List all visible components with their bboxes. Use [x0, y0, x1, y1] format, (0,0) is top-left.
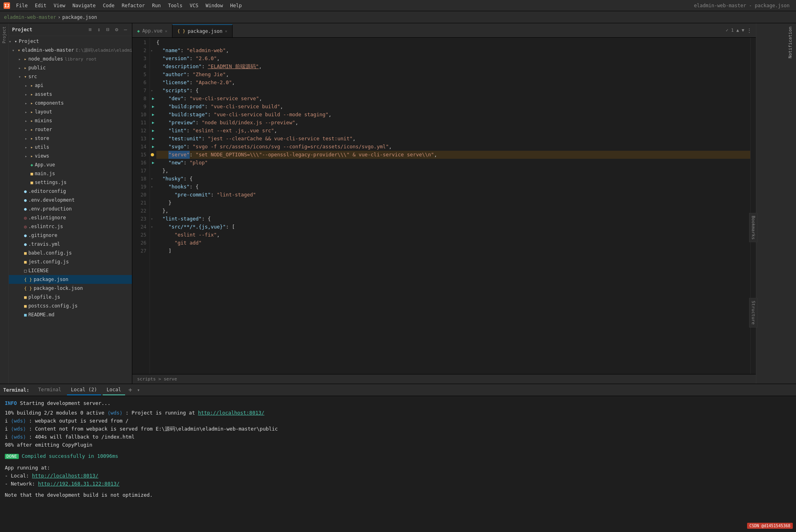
line-number: 9 — [132, 103, 146, 111]
file-tree-item[interactable]: ▾▾src — [9, 72, 132, 81]
menu-file[interactable]: File — [13, 2, 31, 9]
file-tree-item[interactable]: ●.travis.yml — [9, 240, 132, 249]
file-tree-item[interactable]: ▾▾eladmin-web-masterE:\源码\eladmin\eladmi… — [9, 46, 132, 55]
file-tree-item[interactable]: ■babel.config.js — [9, 249, 132, 257]
json-value: "eslint --ext .js,.vue src" — [192, 127, 274, 135]
notification-label[interactable]: Notification — [784, 25, 796, 60]
tab-package-json[interactable]: { } package.json ✕ — [172, 24, 233, 37]
menu-run[interactable]: Run — [149, 2, 164, 9]
file-icon: ■ — [24, 312, 27, 318]
minimize-icon[interactable]: ⊟ — [105, 26, 111, 33]
file-tree-item[interactable]: ●.env.development — [9, 196, 132, 204]
file-tree-item[interactable]: ▸▸components — [9, 99, 132, 107]
json-colon: : — [190, 55, 196, 63]
structure-tab[interactable]: Structure — [749, 298, 758, 328]
file-tree-item[interactable]: ■postcss.config.js — [9, 301, 132, 310]
tree-arrow: ▾ — [9, 39, 14, 44]
menu-navigate[interactable]: Navigate — [69, 2, 99, 9]
json-key: "preview" — [168, 119, 196, 127]
run-arrow-icon[interactable]: ▶ — [151, 96, 156, 101]
line-number: 1 — [132, 38, 146, 47]
file-tree-item[interactable]: ◎.eslintignore — [9, 213, 132, 222]
close-panel-icon[interactable]: — — [122, 26, 129, 33]
file-tree-item[interactable]: ▸▸assets — [9, 90, 132, 99]
tab-close[interactable]: ✕ — [165, 29, 167, 33]
tree-item-label: main.js — [35, 171, 55, 176]
json-key: "license" — [162, 79, 190, 87]
file-tree-item[interactable]: ◎.eslintrc.js — [9, 222, 132, 231]
file-tree-item[interactable]: { }package-lock.json — [9, 284, 132, 293]
run-arrow-icon[interactable]: ▶ — [151, 144, 156, 149]
terminal-chevron[interactable]: ▾ — [136, 387, 142, 393]
sort-icon[interactable]: ↕ — [96, 26, 102, 33]
file-tree-item[interactable]: ■README.md — [9, 310, 132, 319]
fold-icon[interactable]: ▾ — [151, 87, 153, 95]
menu-refactor[interactable]: Refactor — [118, 2, 148, 9]
file-tree-item[interactable]: { }package.json — [9, 275, 132, 284]
tree-item-label: views — [35, 153, 49, 159]
file-tree-item[interactable]: ▸▸views — [9, 152, 132, 160]
run-arrow-icon[interactable]: ▶ — [151, 136, 156, 141]
json-colon: : — [190, 151, 196, 159]
settings-icon[interactable]: ⚙ — [113, 26, 120, 33]
fold-icon[interactable]: ▸ — [151, 47, 153, 55]
tree-arrow: ▸ — [25, 101, 30, 105]
line-number: 12 — [132, 127, 146, 135]
terminal-add-button[interactable]: + — [127, 386, 134, 394]
json-value: "plop" — [190, 159, 208, 167]
file-icon: ▸ — [30, 145, 33, 150]
run-arrow-icon[interactable]: ▶ — [151, 160, 156, 165]
menu-tools[interactable]: Tools — [165, 2, 186, 9]
breadcrumb-file[interactable]: package.json — [62, 14, 97, 20]
menu-vcs[interactable]: VCS — [186, 2, 202, 9]
file-tree-item[interactable]: ▸▸api — [9, 81, 132, 90]
project-sidebar-tab[interactable]: Project — [2, 26, 6, 43]
file-tree-item[interactable]: ■plopfile.js — [9, 293, 132, 301]
json-key: "scripts" — [162, 87, 190, 95]
file-tree-item[interactable]: ◆App.vue — [9, 160, 132, 169]
collapse-all-icon[interactable]: ≡ — [87, 26, 93, 33]
terminal-tab-1[interactable]: Terminal — [34, 385, 65, 395]
fold-icon[interactable]: ▾ — [151, 223, 153, 231]
tab-close-active[interactable]: ✕ — [225, 29, 227, 33]
json-brace: { — [196, 183, 199, 191]
menu-window[interactable]: Window — [203, 2, 226, 9]
json-brace: { — [196, 87, 199, 95]
file-tree-item[interactable]: ■settings.js — [9, 178, 132, 187]
fold-icon[interactable]: ▾ — [151, 175, 153, 183]
code-editor[interactable]: {▸ "name": "eladmin-web", "version": "2.… — [150, 38, 750, 374]
file-tree-item[interactable]: □LICENSE — [9, 266, 132, 275]
fold-icon[interactable]: ▾ — [151, 215, 153, 223]
file-tree-item[interactable]: ●.editorconfig — [9, 187, 132, 196]
file-tree-item[interactable]: ■jest.config.js — [9, 257, 132, 266]
terminal-tab-local2[interactable]: Local (2) — [67, 385, 101, 395]
fold-icon[interactable]: ▾ — [151, 183, 153, 191]
menu-view[interactable]: View — [51, 2, 69, 9]
run-arrow-icon[interactable]: ▶ — [151, 120, 156, 125]
breadcrumb-root[interactable]: eladmin-web-master — [4, 14, 56, 20]
file-tree-item[interactable]: ▸▸public — [9, 63, 132, 72]
tab-label-active: package.json — [188, 28, 223, 34]
run-arrow-icon[interactable]: ▶ — [151, 112, 156, 117]
file-tree-item[interactable]: ▸▸router — [9, 125, 132, 134]
file-icon: ■ — [24, 295, 27, 300]
file-tree-item[interactable]: ▸▸store — [9, 134, 132, 143]
more-icon[interactable]: ⋮ — [746, 26, 753, 34]
bookmarks-tab[interactable]: Bookmarks — [749, 213, 758, 243]
terminal-tab-local[interactable]: Local — [103, 385, 125, 395]
file-tree-item[interactable]: ▸▸mixins — [9, 116, 132, 125]
menu-help[interactable]: Help — [227, 2, 245, 9]
tab-app-vue[interactable]: ◆ App.vue ✕ — [132, 24, 172, 37]
file-tree-item[interactable]: ▸▸utils — [9, 143, 132, 152]
file-tree-item[interactable]: ■main.js — [9, 169, 132, 178]
run-arrow-icon[interactable]: ▶ — [151, 104, 156, 109]
file-tree-item[interactable]: ▸▸node_moduleslibrary root — [9, 55, 132, 63]
menu-edit[interactable]: Edit — [32, 2, 50, 9]
menu-code[interactable]: Code — [100, 2, 118, 9]
file-tree-item[interactable]: ●.env.production — [9, 204, 132, 213]
json-value: "vue-cli-service serve" — [190, 95, 259, 103]
file-tree-item[interactable]: ●.gitignore — [9, 231, 132, 240]
file-tree-item[interactable]: ▾▾Project — [9, 37, 132, 46]
run-arrow-icon[interactable]: ▶ — [151, 128, 156, 133]
file-tree-item[interactable]: ▸▸layout — [9, 107, 132, 116]
